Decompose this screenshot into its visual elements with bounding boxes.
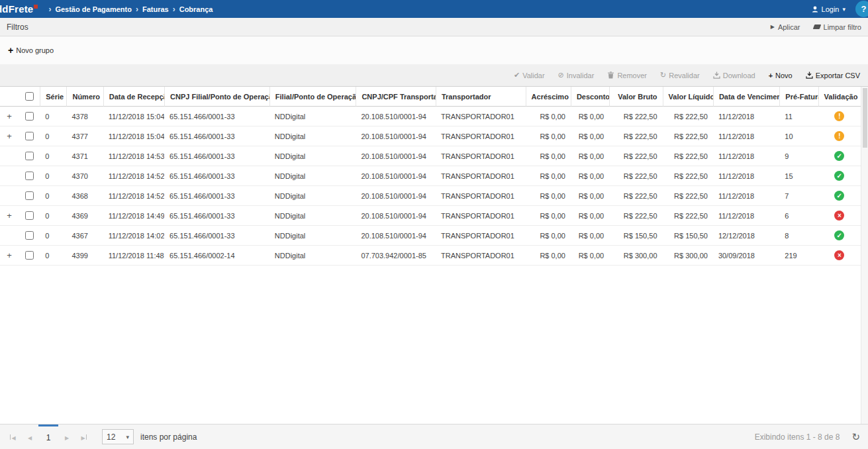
column-header-pre_fatura[interactable]: Pré-Fatura bbox=[779, 87, 818, 107]
cell-transportador: TRANSPORTADOR01 bbox=[436, 186, 526, 206]
column-header-serie[interactable]: Série bbox=[40, 87, 66, 107]
column-header-valor_bruto[interactable]: Valor Bruto bbox=[609, 87, 662, 107]
expand-row-button[interactable]: + bbox=[7, 111, 12, 121]
new-group-label: Novo grupo bbox=[16, 46, 54, 54]
next-page-button[interactable]: ▶ bbox=[58, 432, 75, 442]
cell-expand: + bbox=[0, 206, 19, 226]
column-label: Valor Líquido bbox=[669, 93, 713, 101]
table-row[interactable]: +0437811/12/2018 15:0465.151.466/0001-33… bbox=[0, 107, 861, 126]
previous-page-button[interactable]: ◀ bbox=[21, 432, 38, 442]
new-group-button[interactable]: + Novo grupo bbox=[8, 45, 54, 56]
revalidar-label: Revalidar bbox=[669, 72, 699, 79]
row-checkbox[interactable] bbox=[25, 132, 34, 140]
help-icon[interactable]: ? bbox=[855, 1, 868, 17]
column-header-acrescimo[interactable]: Acréscimo bbox=[526, 87, 571, 107]
table-row[interactable]: 0436811/12/2018 14:5265.151.466/0001-33N… bbox=[0, 186, 861, 206]
revalidar-button[interactable]: ↻Revalidar bbox=[660, 71, 700, 79]
column-header-desconto[interactable]: Desconto bbox=[571, 87, 609, 107]
table-row[interactable]: +0439911/12/2018 11:4865.151.466/0002-14… bbox=[0, 246, 861, 266]
first-page-button[interactable]: ◀ bbox=[4, 432, 21, 442]
cell-select bbox=[19, 166, 40, 186]
cell-acrescimo: R$ 0,00 bbox=[526, 107, 571, 126]
apply-filter-label: Aplicar bbox=[778, 23, 800, 31]
download-button[interactable]: Download bbox=[713, 72, 755, 79]
column-header-transportador[interactable]: Transportador bbox=[436, 87, 526, 107]
row-checkbox[interactable] bbox=[25, 251, 34, 260]
current-page-button[interactable]: 1 bbox=[38, 424, 58, 449]
app-logo[interactable]: ddFrete bbox=[0, 3, 38, 15]
breadcrumb-item-1[interactable]: Faturas bbox=[142, 5, 169, 13]
invalidar-button[interactable]: ⊘Invalidar bbox=[558, 71, 595, 79]
expand-row-button[interactable]: + bbox=[7, 211, 12, 221]
invalidar-label: Invalidar bbox=[567, 72, 595, 79]
exportar-csv-button[interactable]: Exportar CSV bbox=[806, 72, 860, 79]
logo-flag-icon bbox=[34, 5, 38, 9]
cell-serie: 0 bbox=[40, 246, 66, 266]
table-row[interactable]: +0436911/12/2018 14:4965.151.466/0001-33… bbox=[0, 206, 861, 226]
cell-valor_liquido: R$ 222,50 bbox=[663, 186, 713, 206]
column-header-vencimento[interactable]: Data de Vencimento bbox=[713, 87, 779, 107]
cell-valor_bruto: R$ 222,50 bbox=[609, 206, 662, 226]
table-row[interactable]: 0436711/12/2018 14:0265.151.466/0001-33N… bbox=[0, 226, 861, 246]
row-checkbox[interactable] bbox=[25, 112, 34, 121]
column-header-recepcao[interactable]: Data de Recepção↓ bbox=[103, 87, 164, 107]
expand-row-button[interactable]: + bbox=[7, 250, 12, 260]
cell-acrescimo: R$ 0,00 bbox=[526, 186, 571, 206]
column-header-filial[interactable]: Filial/Ponto de Operação bbox=[269, 87, 356, 107]
column-label: Data de Recepção bbox=[109, 93, 164, 101]
table-row[interactable]: 0437011/12/2018 14:5265.151.466/0001-33N… bbox=[0, 166, 861, 186]
refresh-icon[interactable]: ↻ bbox=[851, 431, 860, 443]
breadcrumb-separator: › bbox=[136, 5, 138, 14]
grid-toolbar: ✔Validar⊘InvalidarRemover↻RevalidarDownl… bbox=[0, 64, 868, 86]
page-size-select[interactable]: 12 ▾ bbox=[102, 429, 134, 444]
row-checkbox[interactable] bbox=[25, 211, 34, 220]
expand-row-button[interactable]: + bbox=[7, 131, 12, 141]
login-menu[interactable]: Login ▾ bbox=[812, 5, 845, 13]
row-checkbox[interactable] bbox=[25, 152, 34, 160]
row-checkbox[interactable] bbox=[25, 231, 34, 240]
cell-pre_fatura: 11 bbox=[779, 107, 818, 126]
cell-transportador: TRANSPORTADOR01 bbox=[436, 107, 526, 126]
breadcrumb-item-0[interactable]: Gestão de Pagamento bbox=[55, 5, 132, 13]
cell-serie: 0 bbox=[40, 166, 66, 186]
clear-filter-button[interactable]: Limpar filtro bbox=[814, 23, 861, 31]
apply-filter-button[interactable]: ▶ Aplicar bbox=[771, 23, 800, 31]
cell-cnpj_filial: 65.151.466/0001-33 bbox=[164, 226, 269, 246]
last-page-button[interactable]: ▶ bbox=[75, 432, 93, 442]
validate-icon: ✔ bbox=[514, 71, 520, 79]
column-header-numero[interactable]: Número bbox=[66, 87, 103, 107]
vertical-scrollbar[interactable] bbox=[861, 87, 868, 424]
cell-expand bbox=[0, 166, 19, 186]
column-header-validacao[interactable]: Validação bbox=[818, 87, 861, 107]
select-all-checkbox[interactable] bbox=[25, 92, 34, 101]
column-header-cnpj_transportador[interactable]: CNPJ/CPF Transportador bbox=[356, 87, 436, 107]
cell-vencimento: 11/12/2018 bbox=[713, 206, 779, 226]
cell-desconto: R$ 0,00 bbox=[571, 226, 609, 246]
table-row[interactable]: 0437111/12/2018 14:5365.151.466/0001-33N… bbox=[0, 146, 861, 166]
cell-valor_liquido: R$ 222,50 bbox=[663, 206, 713, 226]
trash-icon bbox=[607, 72, 614, 79]
expand-column-header bbox=[0, 87, 19, 107]
table-row[interactable]: +0437711/12/2018 15:0465.151.466/0001-33… bbox=[0, 126, 861, 146]
row-checkbox[interactable] bbox=[25, 191, 34, 200]
download-label: Download bbox=[723, 72, 755, 79]
cell-cnpj_transportador: 20.108.510/0001-94 bbox=[356, 126, 436, 146]
column-label: Valor Bruto bbox=[618, 93, 657, 101]
topbar: ddFrete ›Gestão de Pagamento›Faturas›Cob… bbox=[0, 0, 868, 18]
column-header-cnpj_filial[interactable]: CNPJ Filial/Ponto de Operação bbox=[164, 87, 269, 107]
cell-valor_liquido: R$ 222,50 bbox=[663, 166, 713, 186]
row-checkbox[interactable] bbox=[25, 172, 34, 180]
novo-button[interactable]: +Novo bbox=[769, 72, 793, 79]
column-header-valor_liquido[interactable]: Valor Líquido bbox=[663, 87, 713, 107]
breadcrumb-item-2[interactable]: Cobrança bbox=[179, 5, 213, 13]
page-size-value: 12 bbox=[107, 432, 115, 442]
scrollbar-thumb[interactable] bbox=[863, 88, 867, 148]
cell-acrescimo: R$ 0,00 bbox=[526, 226, 571, 246]
cell-acrescimo: R$ 0,00 bbox=[526, 246, 571, 266]
cell-expand: + bbox=[0, 126, 19, 146]
cell-select bbox=[19, 226, 40, 246]
validar-button[interactable]: ✔Validar bbox=[514, 71, 545, 79]
cell-select bbox=[19, 146, 40, 166]
validar-label: Validar bbox=[522, 72, 544, 79]
remover-button[interactable]: Remover bbox=[607, 72, 647, 79]
